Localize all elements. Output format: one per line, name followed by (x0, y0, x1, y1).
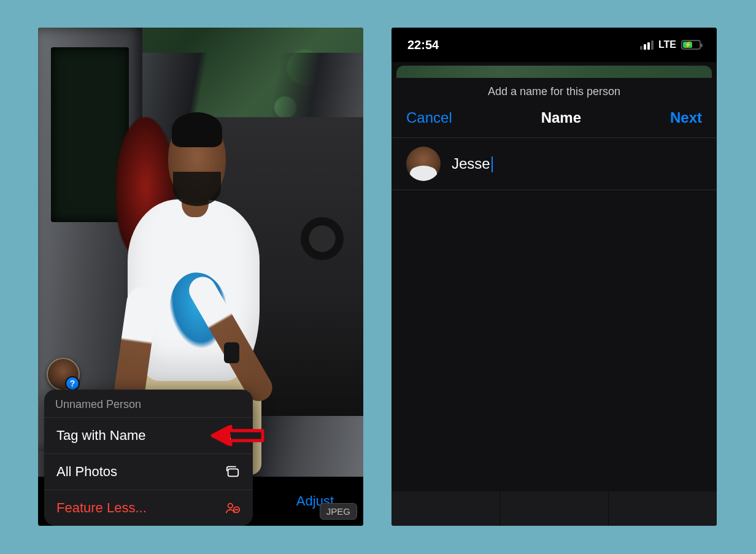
network-type: LTE (658, 39, 676, 50)
steering-wheel (301, 217, 344, 260)
menu-header: Unnamed Person (44, 390, 253, 417)
sheet-nav: Cancel Name Next (392, 109, 717, 137)
svg-point-1 (228, 504, 233, 508)
name-input[interactable]: Jesse (452, 155, 493, 173)
text-caret (492, 156, 493, 172)
menu-tag-with-name[interactable]: Tag with Name (44, 417, 253, 453)
menu-feature-less[interactable]: Feature Less... (44, 490, 253, 526)
svg-rect-0 (228, 469, 239, 476)
person-minus-icon (225, 500, 241, 516)
name-input-value: Jesse (452, 155, 490, 172)
sheet-title: Name (541, 109, 581, 126)
left-phone-frame: Adjust JPEG Unnamed Person Tag with Name… (38, 28, 363, 526)
suggestion-slot-1[interactable] (392, 491, 500, 526)
name-sheet: Add a name for this person Cancel Name N… (392, 78, 717, 526)
status-time: 22:54 (407, 38, 439, 52)
keyboard-suggestion-bar[interactable] (392, 491, 717, 526)
suggestion-slot-2[interactable] (500, 491, 609, 526)
stacked-photos-icon (225, 464, 241, 480)
next-button[interactable]: Next (670, 109, 702, 126)
menu-all-photos[interactable]: All Photos (44, 453, 253, 490)
status-right-group: LTE ⚡ (640, 39, 701, 50)
pencil-icon (225, 428, 241, 444)
person-hair (172, 112, 223, 147)
person-beard (173, 172, 220, 207)
format-badge: JPEG (320, 503, 357, 520)
right-phone-frame: 22:54 LTE ⚡ Add a name for this person C… (392, 28, 717, 526)
background-photo-strip (396, 66, 712, 79)
battery-icon: ⚡ (681, 40, 701, 50)
sheet-subtitle: Add a name for this person (392, 78, 717, 109)
menu-all-photos-label: All Photos (56, 464, 117, 480)
menu-feature-less-label: Feature Less... (56, 500, 147, 516)
cancel-button[interactable]: Cancel (406, 109, 452, 126)
face-recognition-chip[interactable] (47, 358, 80, 391)
avatar (406, 147, 441, 181)
status-bar: 22:54 LTE ⚡ (392, 28, 717, 62)
menu-tag-with-name-label: Tag with Name (56, 428, 146, 444)
name-input-row[interactable]: Jesse (392, 137, 717, 190)
suggestion-slot-3[interactable] (609, 491, 717, 526)
person-context-menu: Unnamed Person Tag with Name All Photos … (44, 390, 253, 526)
person-watch (224, 342, 239, 363)
cellular-signal-icon (640, 40, 654, 50)
